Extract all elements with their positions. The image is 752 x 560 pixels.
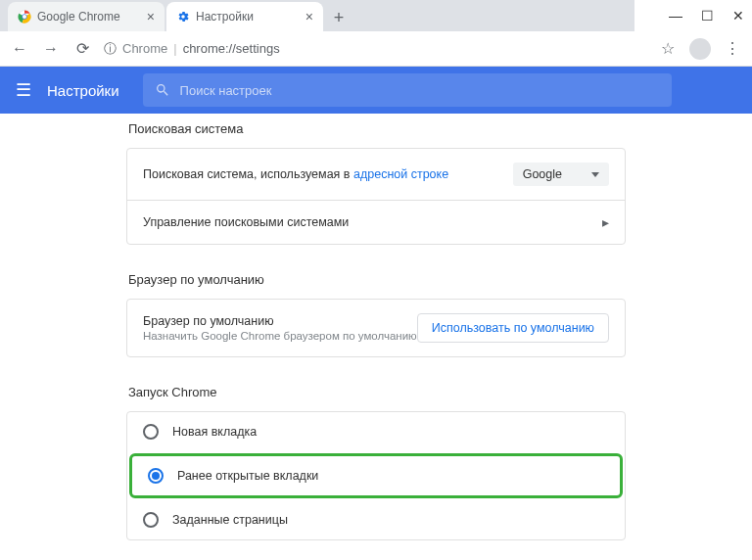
- startup-card: Новая вкладка Ранее открытые вкладки Зад…: [126, 411, 626, 540]
- url-scheme: Chrome: [122, 41, 167, 56]
- search-engine-card: Поисковая система, используемая в адресн…: [126, 148, 626, 245]
- search-engine-row: Поисковая система, используемая в адресн…: [127, 149, 625, 201]
- chevron-right-icon: ▸: [602, 214, 609, 230]
- forward-button[interactable]: →: [41, 40, 61, 58]
- radio-new-tab[interactable]: Новая вкладка: [127, 412, 625, 451]
- advanced-toggle[interactable]: Дополнительные: [126, 540, 626, 560]
- radio-off-icon: [143, 512, 159, 528]
- menu-icon[interactable]: ☰: [16, 79, 31, 101]
- minimize-button[interactable]: —: [670, 10, 682, 22]
- new-tab-button[interactable]: +: [325, 4, 352, 31]
- reload-button[interactable]: ⟳: [72, 39, 92, 58]
- radio-specific-pages[interactable]: Заданные страницы: [127, 500, 625, 539]
- url-separator: |: [173, 41, 176, 56]
- search-engine-dropdown[interactable]: Google: [513, 163, 609, 186]
- row-label: Управление поисковыми системами: [143, 215, 349, 229]
- tab-settings[interactable]: Настройки ×: [166, 2, 323, 31]
- radio-label: Ранее открытые вкладки: [177, 469, 318, 483]
- radio-off-icon: [143, 424, 159, 440]
- chevron-down-icon: [591, 172, 599, 177]
- close-icon[interactable]: ×: [147, 9, 155, 24]
- chrome-icon: [18, 10, 31, 23]
- radio-label: Заданные страницы: [172, 513, 288, 527]
- radio-label: Новая вкладка: [172, 425, 257, 439]
- radio-on-icon: [148, 468, 164, 484]
- default-browser-card: Браузер по умолчанию Назначить Google Ch…: [126, 299, 626, 357]
- url-path: chrome://settings: [183, 41, 280, 56]
- row-subtext: Назначить Google Chrome браузером по умо…: [143, 330, 417, 342]
- radio-previous-tabs[interactable]: Ранее открытые вкладки: [129, 453, 623, 498]
- bookmark-icon[interactable]: ☆: [658, 39, 678, 58]
- search-input[interactable]: [180, 83, 660, 98]
- tab-label: Настройки: [196, 10, 254, 23]
- section-title-startup: Запуск Chrome: [128, 385, 626, 399]
- search-icon: [155, 82, 170, 98]
- search-engine-label: Поисковая система, используемая в адресн…: [143, 167, 448, 181]
- section-title-search-engine: Поисковая система: [128, 121, 626, 136]
- address-bar: ← → ⟳ ⓘ Chrome | chrome://settings ☆ ⋮: [0, 31, 752, 67]
- info-icon: ⓘ: [104, 40, 117, 58]
- tab-label: Google Chrome: [37, 10, 120, 23]
- address-bar-link[interactable]: адресной строке: [353, 167, 448, 181]
- settings-content: Поисковая система Поисковая система, исп…: [0, 114, 752, 560]
- close-button[interactable]: ✕: [732, 10, 744, 22]
- tab-google-chrome[interactable]: Google Chrome ×: [8, 2, 164, 31]
- manage-search-engines-row[interactable]: Управление поисковыми системами ▸: [127, 201, 625, 244]
- row-label: Браузер по умолчанию: [143, 314, 417, 328]
- search-input-container[interactable]: [143, 73, 672, 107]
- maximize-button[interactable]: ☐: [701, 10, 713, 22]
- default-browser-row: Браузер по умолчанию Назначить Google Ch…: [127, 300, 625, 356]
- page-title: Настройки: [47, 82, 119, 99]
- section-title-default-browser: Браузер по умолчанию: [128, 272, 626, 287]
- gear-icon: [176, 10, 190, 23]
- menu-icon[interactable]: ⋮: [723, 39, 742, 58]
- dropdown-value: Google: [523, 167, 562, 181]
- svg-point-3: [23, 15, 26, 19]
- back-button[interactable]: ←: [10, 40, 29, 58]
- settings-header: ☰ Настройки: [0, 67, 752, 114]
- avatar[interactable]: [689, 38, 711, 60]
- make-default-button[interactable]: Использовать по умолчанию: [417, 313, 609, 343]
- close-icon[interactable]: ×: [306, 9, 313, 24]
- omnibox[interactable]: ⓘ Chrome | chrome://settings: [104, 40, 646, 58]
- tab-strip: Google Chrome × Настройки × +: [0, 0, 634, 31]
